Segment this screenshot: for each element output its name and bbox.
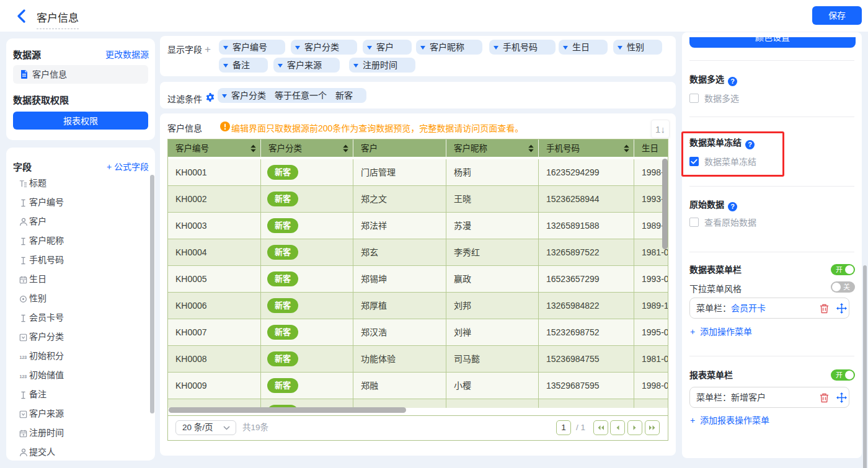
svg-text:123: 123 (20, 355, 27, 360)
svg-text:123: 123 (20, 374, 27, 379)
